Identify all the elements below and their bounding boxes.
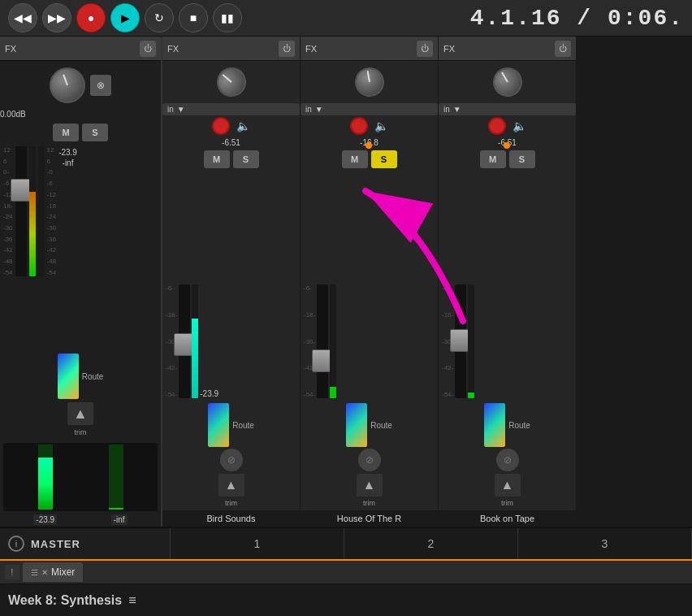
- mixer-tab[interactable]: ☰ ✕ Mixer: [23, 562, 83, 582]
- master-ms-row: M S: [0, 122, 161, 143]
- mixer-tab-close-icon[interactable]: ✕: [41, 568, 48, 577]
- ch2-vu-bar: [330, 284, 336, 398]
- regular-channels: FX ⏻ in ▼ 🔈 -6.51: [162, 37, 692, 527]
- ch1-trim-label: trim: [225, 499, 237, 507]
- ch3-in-arrow-icon: ▼: [453, 105, 461, 114]
- ch2-num-block[interactable]: 2: [344, 528, 518, 559]
- ch3-speaker-icon: 🔈: [513, 119, 526, 132]
- ch2-fx-power[interactable]: ⏻: [417, 41, 433, 57]
- info-icon[interactable]: i: [8, 536, 24, 552]
- ch1-fx-power[interactable]: ⏻: [279, 41, 295, 57]
- ch2-solo-btn[interactable]: S: [371, 150, 397, 168]
- record-button[interactable]: ●: [76, 3, 106, 33]
- mixer-tab-label: Mixer: [51, 566, 75, 578]
- master-label-area: i MASTER: [0, 528, 171, 559]
- ch1-rec-btn[interactable]: [212, 117, 230, 135]
- mixer-tab-bar: ! ☰ ✕ Mixer: [0, 559, 692, 583]
- ch1-db-value: -6.51: [162, 138, 300, 147]
- ch1-vu: [192, 284, 198, 398]
- ch2-color-strip: [346, 403, 367, 447]
- ch3-fader-track: [455, 284, 466, 398]
- pause-button[interactable]: ▮▮: [213, 3, 242, 33]
- stop-button[interactable]: ■: [179, 3, 208, 33]
- ch2-fx-label: FX: [305, 44, 412, 54]
- ch3-bypass-btn[interactable]: ⊘: [496, 449, 519, 471]
- ch2-mute-btn[interactable]: M: [342, 150, 368, 168]
- channel-1: FX ⏻ in ▼ 🔈 -6.51: [162, 37, 301, 527]
- ch1-name: Bird Sounds: [162, 510, 300, 527]
- ch3-route-label: Route: [508, 421, 530, 430]
- master-fader-scale: 1260--6-1218--24-30-36-42-48-54: [3, 146, 13, 276]
- ch1-vu-bar: [192, 284, 198, 398]
- master-vu-bar-l: [29, 146, 36, 276]
- ch3-vu-bar: [468, 284, 474, 398]
- ch2-rec-btn[interactable]: [350, 117, 368, 135]
- master-route-label: Route: [82, 372, 104, 381]
- master-label: MASTER: [31, 538, 80, 550]
- ch3-in-selector[interactable]: in ▼: [439, 103, 576, 115]
- master-fx-bar: FX ⏻: [0, 37, 161, 61]
- master-mute-btn[interactable]: M: [53, 124, 79, 141]
- master-peak-left: -23.9: [33, 514, 57, 525]
- master-solo-btn[interactable]: S: [82, 124, 108, 141]
- transport-bar: ◀◀ ▶▶ ● ▶ ↻ ■ ▮▮ 4.1.16 / 0:06.: [0, 0, 692, 37]
- ch2-name: House Of The R: [301, 510, 438, 527]
- ch3-solo-btn[interactable]: S: [509, 150, 535, 168]
- ch3-ms-row: M S: [439, 149, 576, 170]
- synthesis-bar: Week 8: Synthesis ≡: [0, 583, 692, 616]
- ch2-scale: -6--18--30--42--54-: [304, 284, 315, 398]
- ch1-in-selector[interactable]: in ▼: [162, 103, 300, 115]
- ch2-in-selector[interactable]: in ▼: [301, 103, 438, 115]
- ch3-num-block[interactable]: 3: [518, 528, 692, 559]
- ch3-fx-label: FX: [443, 44, 550, 54]
- loop-button[interactable]: ↻: [145, 3, 174, 33]
- master-trim-btn[interactable]: ▲: [67, 402, 93, 425]
- synthesis-label: Week 8: Synthesis: [8, 593, 122, 608]
- ch1-trim-btn[interactable]: ▲: [218, 474, 244, 497]
- bottom-bar: i MASTER 1 2 3: [0, 527, 692, 559]
- ch1-bypass-btn[interactable]: ⊘: [220, 449, 243, 471]
- master-fx-power[interactable]: ⏻: [140, 41, 156, 57]
- ch3-warn-dot: [504, 142, 510, 149]
- mixer-tab-icon: ☰: [31, 568, 38, 577]
- master-pan-knob[interactable]: [50, 67, 85, 103]
- ch2-trim-label: trim: [363, 499, 375, 507]
- synthesis-icon: ≡: [128, 593, 136, 608]
- ch2-ms-row: M S: [301, 149, 438, 170]
- ch2-bypass-btn[interactable]: ⊘: [358, 449, 381, 471]
- ch1-in-arrow: ▼: [177, 105, 185, 114]
- master-db-left: -23.9: [58, 148, 77, 157]
- master-fader-scale-right: 126-0-6-12-18-24-30-36-42-48-54: [47, 146, 57, 276]
- ch3-trim-label: trim: [501, 499, 513, 507]
- ch1-peak-db: -23.9: [200, 389, 218, 398]
- transport-time: 4.1.16 / 0:06.: [470, 6, 684, 31]
- ch3-fx-power[interactable]: ⏻: [555, 41, 571, 57]
- master-db-right: -inf: [58, 158, 77, 167]
- skip-forward-button[interactable]: ▶▶: [42, 3, 71, 33]
- ch3-rec-btn[interactable]: [488, 117, 506, 135]
- ch3-mute-btn[interactable]: M: [480, 150, 506, 168]
- ch3-name: Book on Tape: [439, 510, 576, 527]
- ch2-warn-dot: [365, 142, 372, 149]
- master-link-btn[interactable]: ⊗: [90, 75, 111, 96]
- ch1-knob-area: [162, 61, 300, 103]
- ch1-fx-bar: FX ⏻: [162, 37, 300, 61]
- master-fader-track: [15, 146, 27, 276]
- skip-back-button[interactable]: ◀◀: [8, 3, 37, 33]
- ch1-mute-btn[interactable]: M: [204, 150, 230, 168]
- ch1-solo-btn[interactable]: S: [233, 150, 259, 168]
- ch2-trim-btn[interactable]: ▲: [357, 474, 383, 497]
- play-button[interactable]: ▶: [110, 3, 140, 33]
- channel-2: FX ⏻ in ▼ 🔈 -16.8: [301, 37, 439, 527]
- master-color-strip: [58, 354, 79, 399]
- ch3-trim-btn[interactable]: ▲: [495, 474, 521, 497]
- ch2-knob-area: [301, 61, 438, 103]
- ch3-pan-knob[interactable]: [491, 65, 525, 99]
- ch2-pan-knob[interactable]: [352, 65, 387, 99]
- ch3-knob-area: [439, 61, 576, 103]
- ch1-in-label: in: [167, 105, 174, 114]
- ch1-pan-knob[interactable]: [211, 62, 251, 102]
- ch3-vu: [468, 284, 474, 398]
- ch1-num-block[interactable]: 1: [171, 528, 344, 559]
- master-fx-label: FX: [5, 44, 135, 54]
